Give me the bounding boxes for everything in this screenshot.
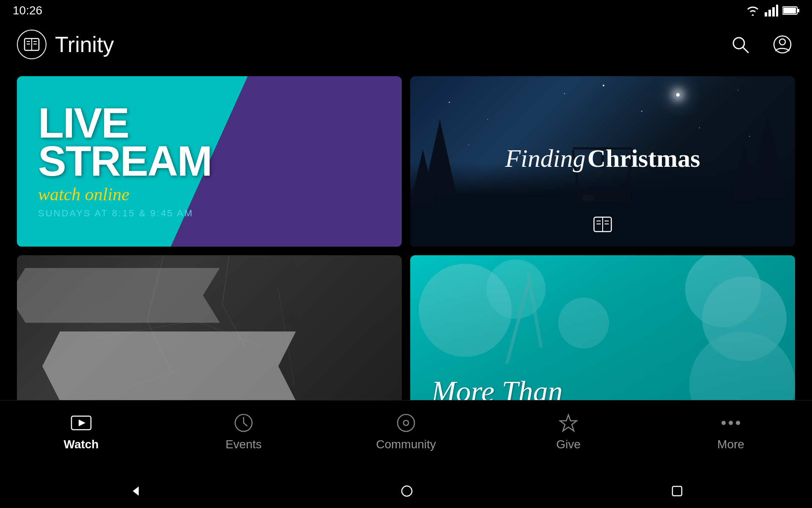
nav-community-icon xyxy=(395,411,418,434)
search-icon xyxy=(731,36,749,53)
bottom-nav: Watch Events Community xyxy=(0,400,812,474)
main-content: LIVE STREAM watch online SUNDAYS AT 8:15… xyxy=(0,68,812,434)
nav-give-icon xyxy=(557,411,580,434)
svg-point-37 xyxy=(403,420,409,425)
recents-square-icon xyxy=(672,486,683,497)
christmas-word: Christmas xyxy=(587,144,700,172)
svg-marker-38 xyxy=(560,415,577,431)
nav-watch-label: Watch xyxy=(64,438,99,451)
stream-text: STREAM xyxy=(38,142,381,180)
recents-button[interactable] xyxy=(672,486,683,497)
svg-line-25 xyxy=(222,255,229,304)
nav-more[interactable]: More xyxy=(650,407,812,451)
home-circle-icon xyxy=(401,485,413,497)
svg-line-14 xyxy=(743,47,748,52)
home-button[interactable] xyxy=(401,485,413,497)
nav-watch[interactable]: Watch xyxy=(0,407,162,451)
sundays-text: SUNDAYS AT 8:15 & 9:45 AM xyxy=(38,208,381,219)
status-icons xyxy=(745,5,799,17)
app-bar: Trinity xyxy=(0,21,812,68)
back-button[interactable] xyxy=(129,485,142,497)
svg-rect-44 xyxy=(672,486,682,496)
profile-button[interactable] xyxy=(770,32,795,57)
status-time: 10:26 xyxy=(13,4,42,17)
svg-rect-1 xyxy=(768,10,771,17)
watch-online-text: watch online xyxy=(38,184,381,204)
svg-rect-3 xyxy=(776,5,778,17)
nav-give-label: Give xyxy=(556,438,581,451)
book-icon xyxy=(24,38,40,51)
svg-marker-32 xyxy=(79,420,85,426)
battery-icon xyxy=(782,6,799,15)
svg-point-36 xyxy=(398,414,414,431)
status-bar: 10:26 xyxy=(0,0,812,21)
christmas-card[interactable]: Finding Christmas xyxy=(410,76,795,247)
nav-events-icon xyxy=(232,411,255,434)
svg-rect-0 xyxy=(765,12,767,17)
search-button[interactable] xyxy=(727,32,753,57)
svg-point-40 xyxy=(729,421,733,425)
arrow-1 xyxy=(17,268,220,323)
arrow-2 xyxy=(42,331,296,401)
back-arrow-icon xyxy=(129,485,142,497)
signal-icon xyxy=(765,5,778,17)
svg-point-16 xyxy=(779,39,785,45)
svg-line-35 xyxy=(244,423,247,426)
wifi-icon xyxy=(745,5,760,17)
nav-events[interactable]: Events xyxy=(162,407,325,451)
svg-rect-2 xyxy=(772,7,775,17)
svg-rect-5 xyxy=(783,8,796,14)
livestream-text: LIVE STREAM watch online SUNDAYS AT 8:15… xyxy=(17,76,402,247)
nav-watch-icon xyxy=(70,411,93,434)
livestream-card[interactable]: LIVE STREAM watch online SUNDAYS AT 8:15… xyxy=(17,76,402,247)
book-icon-christmas xyxy=(593,216,612,232)
system-nav xyxy=(0,474,812,508)
profile-icon xyxy=(773,35,792,54)
christmas-book-icon-container xyxy=(593,216,612,234)
nav-events-label: Events xyxy=(225,438,262,451)
svg-point-41 xyxy=(736,421,740,425)
nav-more-icon xyxy=(719,411,743,434)
app-title: Trinity xyxy=(55,32,114,57)
nav-community[interactable]: Community xyxy=(325,407,487,451)
nav-more-label: More xyxy=(717,438,744,451)
christmas-title-container: Finding Christmas xyxy=(430,144,776,173)
svg-point-43 xyxy=(402,486,412,496)
app-bar-actions xyxy=(727,32,795,57)
svg-point-39 xyxy=(721,421,726,425)
nav-give[interactable]: Give xyxy=(487,407,650,451)
svg-marker-42 xyxy=(133,486,139,496)
finding-text: Finding xyxy=(505,144,585,172)
nav-community-label: Community xyxy=(376,438,436,451)
live-text: LIVE xyxy=(38,104,381,142)
svg-rect-6 xyxy=(798,9,799,12)
app-logo[interactable] xyxy=(17,30,47,59)
